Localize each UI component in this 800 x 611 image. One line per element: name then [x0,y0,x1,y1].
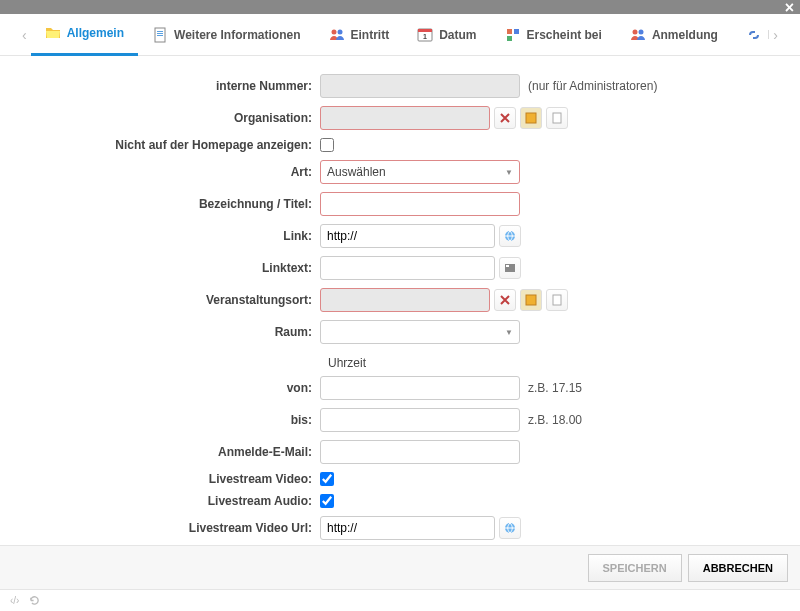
tab-label: Weitere Informationen [174,28,300,42]
art-select[interactable]: Auswählen ▼ [320,160,520,184]
search-org-button[interactable] [520,107,542,129]
tab-scroll-left-icon[interactable]: ‹ [18,27,31,43]
label-anmelde-email: Anmelde-E-Mail: [10,445,320,459]
label-link: Link: [10,229,320,243]
homepage-hide-checkbox[interactable] [320,138,334,152]
svg-rect-1 [157,31,163,32]
label-bezeichnung: Bezeichnung / Titel: [10,197,320,211]
label-organisation: Organisation: [10,111,320,125]
refresh-icon[interactable] [29,595,40,606]
tab-label: Erscheint bei [527,28,602,42]
label-bis: bis: [10,413,320,427]
tab-label: Eintritt [351,28,390,42]
svg-rect-10 [514,29,519,34]
label-raum: Raum: [10,325,320,339]
tab-eintritt[interactable]: Eintritt [315,13,404,56]
tab-scroll-right-icon[interactable]: › [769,27,782,43]
status-bar: ‹/› [0,589,800,611]
tab-erweitert[interactable]: Erwe [732,13,769,56]
raum-select[interactable]: ▼ [320,320,520,344]
svg-rect-2 [157,33,163,34]
von-field[interactable] [320,376,520,400]
tab-strip: ‹ Allgemein Weitere Informationen Eintri… [0,14,800,56]
label-homepage-hide: Nicht auf der Homepage anzeigen: [10,138,320,152]
organisation-field[interactable] [320,106,490,130]
chevron-down-icon: ▼ [505,328,513,337]
bis-hint: z.B. 18.00 [528,413,582,427]
tab-label: Anmeldung [652,28,718,42]
link-icon [746,27,762,43]
label-linktext: Linktext: [10,261,320,275]
veranstaltungsort-field[interactable] [320,288,490,312]
tab-anmeldung[interactable]: Anmeldung [616,13,732,56]
tab-erscheint-bei[interactable]: Erscheint bei [491,13,616,56]
clear-ort-button[interactable] [494,289,516,311]
save-button[interactable]: SPEICHERN [588,554,682,582]
label-ls-video-url: Livestream Video Url: [10,521,320,535]
document-icon [152,27,168,43]
svg-text:1: 1 [423,33,427,40]
anmelde-email-field[interactable] [320,440,520,464]
code-icon[interactable]: ‹/› [10,595,19,606]
label-art: Art: [10,165,320,179]
label-veranstaltungsort: Veranstaltungsort: [10,293,320,307]
linktext-field[interactable] [320,256,495,280]
label-interne-nummer: interne Nummer: [10,79,320,93]
svg-point-4 [331,29,336,34]
von-hint: z.B. 17.15 [528,381,582,395]
svg-rect-9 [507,29,512,34]
search-ort-button[interactable] [520,289,542,311]
edit-org-button[interactable] [546,107,568,129]
tab-allgemein[interactable]: Allgemein [31,13,138,56]
chevron-down-icon: ▼ [505,168,513,177]
event-dialog: × ‹ Allgemein Weitere Informationen Eint… [0,0,800,611]
svg-point-12 [632,29,637,34]
svg-rect-11 [507,36,512,41]
svg-rect-19 [526,295,536,305]
cancel-button[interactable]: ABBRECHEN [688,554,788,582]
label-ls-audio: Livestream Audio: [10,494,320,508]
title-bar: × [0,0,800,14]
tabs: Allgemein Weitere Informationen Eintritt… [31,13,770,56]
svg-rect-15 [553,113,561,123]
tab-label: Datum [439,28,476,42]
link-field[interactable] [320,224,495,248]
svg-rect-14 [526,113,536,123]
people-icon [630,27,646,43]
svg-rect-20 [553,295,561,305]
label-ls-video: Livestream Video: [10,472,320,486]
ls-video-checkbox[interactable] [320,472,334,486]
art-value: Auswählen [327,165,386,179]
tab-label: Allgemein [67,26,124,40]
open-link-button[interactable] [499,225,521,247]
svg-rect-3 [157,35,163,36]
ls-video-url-field[interactable] [320,516,495,540]
footer-toolbar: SPEICHERN ABBRECHEN [0,545,800,589]
folder-icon [45,25,61,41]
calendar-icon: 1 [417,27,433,43]
svg-point-13 [638,29,643,34]
svg-point-5 [337,29,342,34]
tab-weitere-informationen[interactable]: Weitere Informationen [138,13,314,56]
class-icon [505,27,521,43]
uhrzeit-heading: Uhrzeit [328,352,760,376]
clear-org-button[interactable] [494,107,516,129]
tab-datum[interactable]: 1 Datum [403,13,490,56]
open-video-url-button[interactable] [499,517,521,539]
svg-rect-18 [506,265,509,267]
bezeichnung-field[interactable] [320,192,520,216]
edit-ort-button[interactable] [546,289,568,311]
interne-nummer-field [320,74,520,98]
linktext-icon-button[interactable] [499,257,521,279]
form-body: interne Nummer: (nur für Administratoren… [0,56,800,545]
ls-audio-checkbox[interactable] [320,494,334,508]
label-von: von: [10,381,320,395]
people-icon [329,27,345,43]
bis-field[interactable] [320,408,520,432]
admin-only-hint: (nur für Administratoren) [528,79,657,93]
svg-rect-7 [418,29,432,32]
